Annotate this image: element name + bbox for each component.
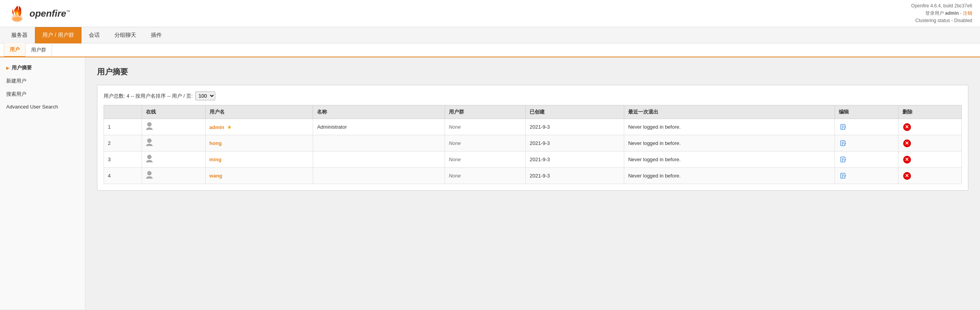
col-header-last_logout: 最近一次退出 — [624, 105, 835, 119]
nav-item-users_groups[interactable]: 用户 / 用户群 — [35, 27, 81, 43]
username-link[interactable]: admin — [210, 124, 224, 130]
delete-button[interactable]: ✕ — [902, 139, 912, 148]
cell-username: hong — [205, 135, 313, 152]
table-row: 1admin ★AdministratorNone2021-9-3Never l… — [104, 119, 962, 135]
sub-nav: 用户用户群 — [0, 43, 980, 57]
user-avatar-icon — [146, 171, 153, 179]
col-header-username: 用户名 — [205, 105, 313, 119]
nav-item-group_chat[interactable]: 分组聊天 — [107, 27, 144, 43]
logout-link[interactable]: 注销 — [963, 10, 972, 16]
delete-button[interactable]: ✕ — [902, 122, 912, 132]
cell-name — [313, 152, 445, 168]
cell-created: 2021-9-3 — [526, 119, 624, 135]
col-header-online: 在线 — [142, 105, 205, 119]
delete-circle-icon: ✕ — [903, 156, 911, 164]
cell-created: 2021-9-3 — [526, 152, 624, 168]
sidebar-label: Advanced User Search — [6, 104, 58, 110]
cell-groups: None — [445, 119, 526, 135]
cell-delete: ✕ — [898, 119, 961, 135]
cell-username: admin ★ — [205, 119, 313, 135]
cell-name — [313, 168, 445, 184]
delete-button[interactable]: ✕ — [902, 171, 912, 181]
table-row: 4wangNone2021-9-3Never logged in before.… — [104, 168, 962, 184]
edit-icon — [840, 172, 847, 179]
table-header-row: 在线用户名名称用户群已创建最近一次退出编辑删除 — [104, 105, 962, 119]
cell-delete: ✕ — [898, 135, 961, 152]
cell-edit — [835, 135, 898, 152]
logo-area: openfire™ — [8, 4, 70, 23]
delete-button[interactable]: ✕ — [902, 155, 912, 164]
cell-online — [142, 152, 205, 168]
edit-icon — [840, 156, 847, 163]
clustering-status: Clustering status - Disabled — [911, 17, 972, 24]
col-header-created: 已创建 — [526, 105, 624, 119]
sub-nav-item-groups[interactable]: 用户群 — [26, 43, 52, 57]
sidebar-item-advanced-search[interactable]: Advanced User Search — [0, 101, 85, 113]
col-header-num — [104, 105, 142, 119]
sidebar-label: 搜索用户 — [6, 91, 26, 98]
nav-item-plugins[interactable]: 插件 — [144, 27, 169, 43]
edit-button[interactable] — [839, 122, 848, 132]
svg-point-17 — [147, 171, 151, 175]
cell-created: 2021-9-3 — [526, 168, 624, 184]
cell-edit — [835, 152, 898, 168]
sidebar: ▶用户摘要新建用户搜索用户Advanced User Search — [0, 57, 85, 309]
svg-point-2 — [147, 122, 151, 126]
sidebar-item-new-user[interactable]: 新建用户 — [0, 74, 85, 88]
cell-groups: None — [445, 168, 526, 184]
delete-circle-icon: ✕ — [903, 172, 911, 180]
username-link[interactable]: ming — [210, 157, 222, 162]
arrow-icon: ▶ — [6, 66, 9, 70]
sidebar-item-search-user[interactable]: 搜索用户 — [0, 88, 85, 101]
table-info: 用户总数: 4 -- 按用户名排序 -- 用户 / 页: 2550100 — [104, 91, 962, 100]
cell-groups: None — [445, 152, 526, 168]
table-summary-text: 用户总数: 4 -- 按用户名排序 -- 用户 / 页: — [104, 93, 193, 100]
version-info: Openfire 4.6.4, build 2bc37e6 — [911, 2, 972, 10]
cell-created: 2021-9-3 — [526, 135, 624, 152]
top-header: openfire™ Openfire 4.6.4, build 2bc37e6 … — [0, 0, 980, 27]
admin-star-icon: ★ — [227, 124, 232, 130]
main-nav: 服务器用户 / 用户群会话分组聊天插件 — [0, 27, 980, 43]
table-row: 3mingNone2021-9-3Never logged in before.… — [104, 152, 962, 168]
edit-button[interactable] — [839, 139, 848, 148]
sidebar-item-user-summary[interactable]: ▶用户摘要 — [0, 61, 85, 74]
col-header-name: 名称 — [313, 105, 445, 119]
svg-point-1 — [12, 17, 22, 21]
cell-delete: ✕ — [898, 152, 961, 168]
username-link[interactable]: wang — [210, 173, 222, 179]
svg-point-7 — [147, 139, 151, 143]
page-title: 用户摘要 — [97, 67, 968, 77]
edit-button[interactable] — [839, 171, 848, 181]
page-size-select[interactable]: 2550100 — [195, 91, 215, 100]
cell-online — [142, 119, 205, 135]
edit-icon — [840, 124, 847, 131]
cell-num: 1 — [104, 119, 142, 135]
login-info: 登录用户 admin - 注销 — [911, 10, 972, 17]
top-right-info: Openfire 4.6.4, build 2bc37e6 登录用户 admin… — [911, 2, 972, 25]
content-wrapper: ▶用户摘要新建用户搜索用户Advanced User Search 用户摘要 用… — [0, 57, 980, 309]
nav-item-server[interactable]: 服务器 — [4, 27, 35, 43]
edit-icon — [840, 140, 847, 147]
svg-point-12 — [147, 155, 151, 159]
col-header-groups: 用户群 — [445, 105, 526, 119]
logo-text: openfire™ — [29, 8, 70, 19]
col-header-delete: 删除 — [898, 105, 961, 119]
main-content: 用户摘要 用户总数: 4 -- 按用户名排序 -- 用户 / 页: 255010… — [85, 57, 980, 309]
nav-item-sessions[interactable]: 会话 — [81, 27, 107, 43]
cell-online — [142, 135, 205, 152]
cell-num: 4 — [104, 168, 142, 184]
cell-edit — [835, 119, 898, 135]
cell-edit — [835, 168, 898, 184]
user-avatar-icon — [146, 138, 153, 147]
cell-last-logout: Never logged in before. — [624, 135, 835, 152]
cell-num: 2 — [104, 135, 142, 152]
delete-circle-icon: ✕ — [903, 140, 911, 147]
sub-nav-item-users[interactable]: 用户 — [4, 43, 26, 57]
cell-username: wang — [205, 168, 313, 184]
user-avatar-icon — [146, 122, 153, 131]
username-link[interactable]: hong — [210, 140, 222, 146]
edit-button[interactable] — [839, 155, 848, 164]
table-container: 用户总数: 4 -- 按用户名排序 -- 用户 / 页: 2550100 在线用… — [97, 85, 968, 191]
openfire-logo-icon — [8, 4, 26, 23]
users-table: 在线用户名名称用户群已创建最近一次退出编辑删除 1admin ★Administ… — [104, 105, 962, 184]
